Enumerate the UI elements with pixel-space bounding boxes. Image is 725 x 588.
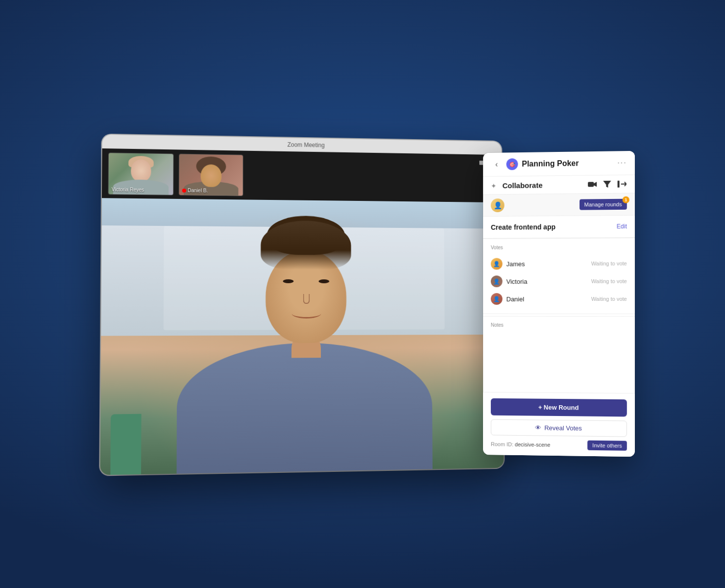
- voter-name-victoria: Victoria: [507, 278, 528, 285]
- vote-item-james: 👤 James Waiting to vote: [491, 254, 627, 272]
- monitor-frame: Zoom Meeting Victoria Reyes: [100, 135, 504, 475]
- filter-icon[interactable]: [602, 179, 612, 189]
- collaborate-left: Collaborate: [491, 181, 543, 190]
- participant-face-1: [131, 159, 151, 182]
- notes-content[interactable]: [491, 328, 627, 348]
- person-nose: [303, 294, 310, 304]
- participant-face-2: [201, 164, 222, 187]
- story-title: Create frontend app: [491, 223, 556, 231]
- panel-header-left: ‹ 🎯 Planning Poker: [491, 157, 579, 170]
- avatar-daniel-icon: 👤: [493, 296, 500, 302]
- person-hair: [261, 220, 351, 270]
- logo-icon: 🎯: [509, 162, 515, 167]
- main-video: [100, 198, 504, 475]
- avatar-james: 👤: [491, 258, 503, 270]
- vote-item-victoria: 👤 Victoria Waiting to vote: [491, 272, 627, 291]
- toolbar-icons: [587, 179, 627, 189]
- back-icon: ‹: [495, 160, 498, 169]
- sofa-left: [110, 414, 141, 475]
- collapse-icon[interactable]: [617, 179, 627, 189]
- avatar-icon: 👤: [493, 201, 502, 209]
- votes-section: Votes 👤 James Waiting to vote 👤 Victor: [483, 238, 635, 314]
- more-options-button[interactable]: ···: [617, 158, 627, 167]
- vote-status-daniel: Waiting to vote: [591, 296, 627, 302]
- planning-poker-panel: ‹ 🎯 Planning Poker ··· Collaborate: [483, 151, 635, 457]
- person-eye-left: [283, 279, 293, 283]
- svg-rect-1: [618, 181, 620, 188]
- reveal-votes-label: Reveal Votes: [544, 424, 582, 432]
- votes-label: Votes: [491, 244, 627, 250]
- titlebar-text: Zoom Meeting: [288, 141, 325, 148]
- user-avatar: 👤: [491, 198, 505, 212]
- manage-rounds-bar: 👤 Manage rounds 1: [483, 193, 635, 217]
- vote-person-left-daniel: 👤 Daniel: [491, 293, 524, 305]
- person-body: [177, 343, 433, 474]
- notes-section: Notes: [483, 316, 635, 354]
- zoom-content: Victoria Reyes Daniel B. ▦: [100, 148, 504, 475]
- voter-name-daniel: Daniel: [507, 295, 525, 303]
- collaborate-label: Collaborate: [503, 181, 543, 190]
- new-round-button[interactable]: + New Round: [491, 398, 627, 417]
- room-id-value: decisive-scene: [515, 441, 550, 448]
- manage-rounds-label: Manage rounds: [584, 201, 622, 208]
- vote-person-left-victoria: 👤 Victoria: [491, 275, 527, 287]
- video-icon[interactable]: [587, 179, 597, 189]
- edit-button[interactable]: Edit: [617, 223, 627, 230]
- eye-icon: 👁: [535, 424, 541, 431]
- collaborate-bar: Collaborate: [483, 175, 635, 195]
- vote-item-daniel: 👤 Daniel Waiting to vote: [491, 290, 627, 308]
- person-eye-right: [318, 279, 329, 283]
- voter-name-james: James: [507, 260, 525, 268]
- avatar-victoria: 👤: [491, 275, 503, 287]
- muted-icon: [182, 188, 186, 192]
- story-bar: Create frontend app Edit: [483, 216, 635, 239]
- room-id-label: Room ID: decisive-scene: [491, 441, 550, 447]
- panel-logo: 🎯: [507, 158, 518, 170]
- vote-person-left-james: 👤 James: [491, 258, 525, 270]
- person-mouth: [291, 309, 321, 318]
- reveal-votes-button[interactable]: 👁 Reveal Votes: [491, 419, 627, 437]
- avatar-daniel: 👤: [491, 293, 503, 305]
- action-section: + New Round 👁 Reveal Votes Room ID: deci…: [483, 392, 635, 457]
- svg-rect-0: [588, 182, 594, 187]
- panel-header: ‹ 🎯 Planning Poker ···: [483, 151, 635, 177]
- manage-rounds-button[interactable]: Manage rounds 1: [580, 199, 627, 210]
- panel-title: Planning Poker: [522, 159, 579, 168]
- participant-name-1: Victoria Reyes: [112, 187, 144, 193]
- vote-status-victoria: Waiting to vote: [591, 278, 627, 284]
- participant-thumb-2: Daniel B.: [179, 154, 243, 196]
- participant-bar: Victoria Reyes Daniel B. ▦: [102, 148, 502, 202]
- room-id-row: Room ID: decisive-scene Invite others: [491, 439, 627, 450]
- collaborate-icon: [491, 181, 499, 189]
- notes-label: Notes: [491, 322, 627, 328]
- invite-others-button[interactable]: Invite others: [587, 441, 627, 451]
- invite-label: Invite others: [592, 442, 622, 449]
- rounds-badge: 1: [623, 196, 629, 203]
- back-button[interactable]: ‹: [491, 158, 503, 170]
- participant-thumb-1: Victoria Reyes: [108, 152, 173, 196]
- participant-name-2: Daniel B.: [182, 188, 208, 194]
- avatar-james-icon: 👤: [493, 261, 500, 267]
- vote-status-james: Waiting to vote: [591, 260, 627, 266]
- divider-2: [483, 314, 635, 314]
- avatar-victoria-icon: 👤: [493, 278, 500, 285]
- new-round-label: + New Round: [538, 404, 579, 412]
